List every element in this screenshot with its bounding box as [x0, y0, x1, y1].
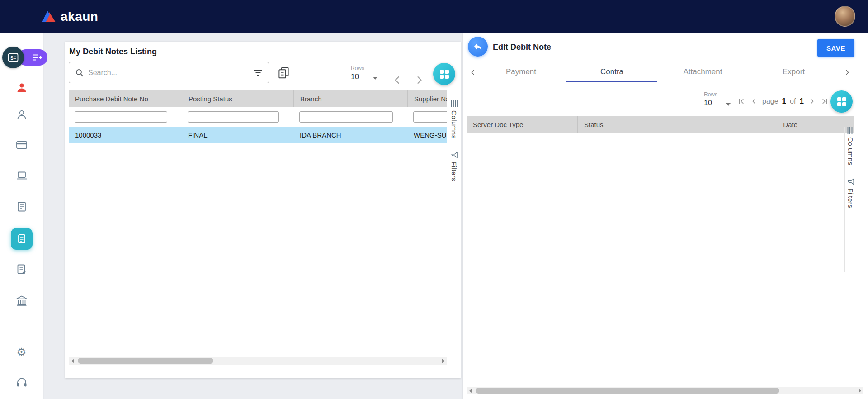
search-input[interactable]	[88, 69, 254, 77]
table-header-row: Purchase Debit Note No Posting Status Br…	[69, 90, 447, 107]
menu-open-icon	[33, 54, 42, 61]
columns-icon	[451, 100, 458, 107]
tab-payment[interactable]: Payment	[476, 62, 566, 82]
next-page-button[interactable]	[413, 74, 425, 86]
current-page: 1	[782, 97, 786, 106]
pagination: page 1 of 1	[737, 95, 829, 107]
contra-table: Server Doc Type Status Date	[467, 116, 854, 133]
columns-toggle[interactable]: Columns	[847, 127, 854, 166]
horizontal-scrollbar[interactable]	[467, 387, 863, 394]
scrollbar-thumb[interactable]	[476, 388, 779, 394]
duplicate-view-button[interactable]	[278, 66, 290, 79]
debit-notes-listing-panel: My Debit Notes Listing Rows 10	[65, 42, 461, 378]
filter-branch-input[interactable]	[299, 111, 393, 123]
sidebar-item-bank[interactable]	[0, 289, 43, 313]
search-filter-button[interactable]	[254, 70, 263, 76]
filters-icon	[847, 178, 854, 185]
filters-toggle[interactable]: Filters	[450, 152, 458, 181]
grid-view-button[interactable]	[433, 63, 455, 85]
columns-icon	[847, 127, 854, 134]
sidebar-item-pos[interactable]	[0, 164, 43, 187]
first-page-button[interactable]	[737, 97, 746, 106]
rows-per-page-select[interactable]: 10	[704, 99, 731, 109]
sidebar-item-settings[interactable]: ⚙	[0, 340, 43, 364]
save-button[interactable]: SAVE	[817, 39, 854, 57]
last-page-button[interactable]	[820, 97, 829, 106]
scroll-right-button[interactable]	[439, 357, 447, 365]
column-header-purchase-debit-note-no[interactable]: Purchase Debit Note No	[69, 90, 182, 107]
tab-attachment[interactable]: Attachment	[657, 62, 748, 82]
table-header-row: Server Doc Type Status Date	[467, 116, 854, 133]
filter-supplier-name-input[interactable]	[413, 111, 447, 123]
tabs-scroll-right-button[interactable]	[843, 62, 852, 82]
filters-label: Filters	[847, 188, 854, 208]
chevron-left-icon	[392, 74, 403, 86]
topbar: akaun	[0, 0, 868, 33]
brand-logo[interactable]: akaun	[42, 10, 98, 24]
horizontal-scrollbar[interactable]	[69, 357, 447, 365]
tab-contra[interactable]: Contra	[566, 62, 657, 82]
next-page-button[interactable]	[807, 97, 816, 106]
table-filter-row	[69, 107, 447, 127]
user-avatar[interactable]	[835, 6, 855, 27]
chevron-down-icon	[373, 77, 377, 80]
sidebar-item-debit-notes[interactable]	[0, 227, 43, 251]
scroll-left-button[interactable]	[69, 357, 76, 365]
akaun-triangle-icon	[42, 10, 56, 23]
sidebar-item-ledger[interactable]	[0, 195, 43, 218]
search-icon	[75, 68, 84, 77]
cell-purchase-debit-note-no: 1000033	[69, 127, 182, 143]
filter-purchase-debit-note-no-input[interactable]	[75, 111, 167, 123]
prev-page-button[interactable]	[750, 97, 759, 106]
grid-view-button[interactable]	[830, 90, 853, 113]
laptop-icon	[16, 170, 28, 181]
triangle-right-icon	[859, 389, 861, 393]
active-module-tile	[11, 228, 33, 250]
app-switcher: S	[2, 47, 47, 68]
chevron-down-icon	[726, 103, 731, 106]
sidebar-item-contacts[interactable]	[0, 103, 43, 127]
tab-label: Attachment	[684, 67, 722, 76]
chevron-left-icon	[750, 97, 759, 106]
search-box	[69, 62, 269, 83]
triangle-right-icon	[442, 359, 445, 363]
tab-label: Payment	[506, 67, 536, 76]
chevron-right-icon	[807, 97, 816, 106]
rows-per-page-control: Rows 10	[704, 91, 731, 109]
sidebar-item-payments[interactable]	[0, 133, 43, 157]
workspace-badge-button[interactable]: S	[2, 47, 24, 68]
column-header-date[interactable]: Date	[691, 116, 804, 133]
debit-note-icon	[16, 233, 28, 245]
triangle-left-icon	[71, 359, 74, 363]
back-button[interactable]	[468, 37, 488, 57]
rows-per-page-control: Rows 10	[351, 65, 377, 83]
tab-label: Export	[783, 67, 805, 76]
document-edit-icon	[16, 263, 28, 275]
column-header-server-doc-type[interactable]: Server Doc Type	[467, 116, 577, 133]
columns-toggle[interactable]: Columns	[450, 100, 458, 139]
table-row[interactable]: 1000033 FINAL IDA BRANCH WENG-SUP	[69, 127, 447, 143]
column-header-posting-status[interactable]: Posting Status	[182, 90, 293, 107]
tab-export[interactable]: Export	[748, 62, 839, 82]
filter-posting-status-input[interactable]	[188, 111, 279, 123]
filters-toggle[interactable]: Filters	[847, 178, 854, 208]
scrollbar-thumb[interactable]	[78, 358, 213, 364]
prev-page-button[interactable]	[392, 74, 403, 86]
column-header-branch[interactable]: Branch	[293, 90, 407, 107]
total-pages: 1	[799, 97, 803, 106]
sidebar-item-support[interactable]	[0, 371, 43, 394]
column-header-status[interactable]: Status	[577, 116, 691, 133]
column-header-supplier-name[interactable]: Supplier Na	[407, 90, 447, 107]
scroll-left-button[interactable]	[467, 387, 474, 394]
rows-per-page-select[interactable]: 10	[351, 73, 377, 83]
sidebar-item-acrobat[interactable]	[0, 76, 43, 100]
rows-label: Rows	[704, 91, 731, 98]
page-title: My Debit Notes Listing	[69, 47, 157, 57]
page-word: page	[762, 97, 778, 105]
scroll-right-button[interactable]	[856, 387, 863, 394]
table-side-tools: Columns Filters	[844, 127, 856, 272]
cell-posting-status: FINAL	[182, 127, 293, 143]
sidebar: S	[0, 33, 43, 399]
sidebar-item-documents[interactable]	[0, 257, 43, 281]
grid-icon	[439, 69, 449, 79]
